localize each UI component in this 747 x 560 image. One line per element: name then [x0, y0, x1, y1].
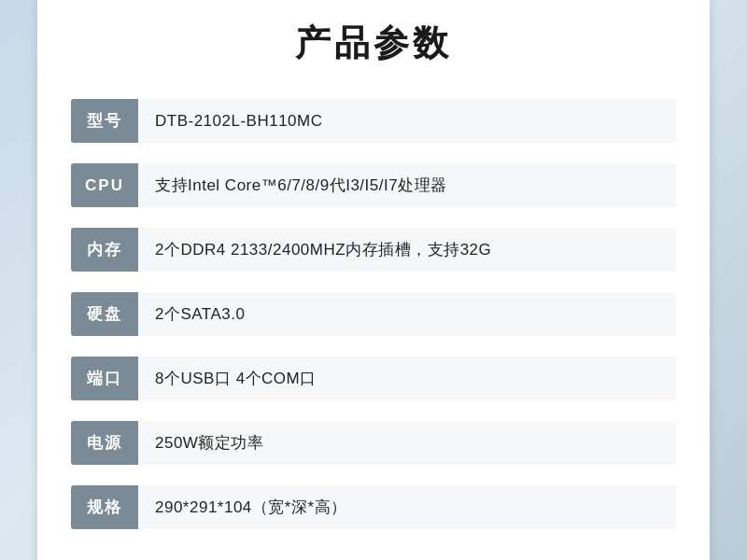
- spec-label: 端口: [71, 357, 138, 400]
- table-row: CPU支持Intel Core™6/7/8/9代I3/I5/I7处理器: [71, 163, 676, 207]
- spec-value: 290*291*104（宽*深*高）: [138, 485, 676, 529]
- spec-label: CPU: [71, 163, 138, 207]
- spec-label: 内存: [71, 228, 138, 272]
- spec-label: 硬盘: [71, 292, 138, 336]
- spec-label: 型号: [71, 99, 138, 143]
- page-title: 产品参数: [71, 20, 676, 67]
- product-specs-card: 产品参数 型号DTB-2102L-BH110MCCPU支持Intel Core™…: [37, 0, 710, 560]
- table-row: 内存2个DDR4 2133/2400MHZ内存插槽，支持32G: [71, 228, 676, 272]
- table-row: 电源250W额定功率: [71, 421, 676, 465]
- spec-label: 规格: [71, 485, 138, 529]
- spec-value: 8个USB口 4个COM口: [138, 357, 676, 400]
- table-row: 硬盘2个SATA3.0: [71, 292, 676, 336]
- spec-table: 型号DTB-2102L-BH110MCCPU支持Intel Core™6/7/8…: [71, 91, 676, 537]
- spec-value: 2个DDR4 2133/2400MHZ内存插槽，支持32G: [138, 228, 676, 272]
- spec-label: 电源: [71, 421, 138, 465]
- spec-value: DTB-2102L-BH110MC: [138, 99, 676, 143]
- table-row: 型号DTB-2102L-BH110MC: [71, 99, 676, 143]
- spec-value: 支持Intel Core™6/7/8/9代I3/I5/I7处理器: [138, 163, 676, 207]
- spec-value: 2个SATA3.0: [138, 292, 676, 336]
- table-row: 端口8个USB口 4个COM口: [71, 357, 676, 400]
- table-row: 规格290*291*104（宽*深*高）: [71, 485, 676, 529]
- spec-value: 250W额定功率: [138, 421, 676, 465]
